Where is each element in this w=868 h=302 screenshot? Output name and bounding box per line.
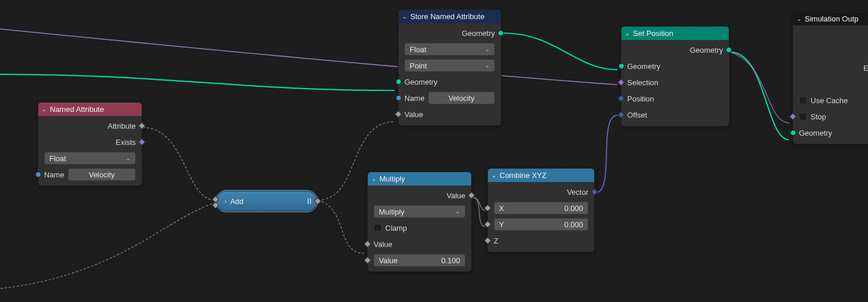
- chevron-down-icon: ⌄: [625, 30, 630, 37]
- socket-label: Geometry: [404, 78, 437, 86]
- name-field[interactable]: Velocity: [428, 92, 495, 104]
- name-field[interactable]: Velocity: [68, 168, 136, 181]
- chevron-down-icon: ⌄: [485, 63, 490, 68]
- socket-offset-in[interactable]: [617, 111, 625, 119]
- node-title: Set Position: [633, 29, 673, 38]
- domain-dropdown[interactable]: Point⌄: [404, 59, 495, 72]
- socket-label: Geometry: [462, 29, 495, 38]
- node-multiply[interactable]: ⌄ Multiply Value Multiply⌄ Clamp Value V…: [367, 172, 472, 272]
- use-cache-checkbox[interactable]: [799, 96, 807, 104]
- z-label: Z: [494, 236, 498, 245]
- chevron-down-icon: ⌄: [491, 172, 496, 179]
- node-header[interactable]: ⌄ Store Named Attribute: [399, 10, 501, 23]
- socket-label: Exists: [115, 138, 136, 147]
- node-title: Named Attribute: [50, 105, 104, 114]
- type-dropdown[interactable]: Float⌄: [404, 43, 495, 56]
- socket-selection-in[interactable]: [617, 79, 625, 86]
- socket-stop-in[interactable]: [789, 113, 797, 121]
- x-field[interactable]: X0.000: [494, 202, 588, 214]
- node-title: Store Named Attribute: [410, 12, 484, 21]
- socket-position-in[interactable]: [617, 95, 625, 103]
- socket-name-in[interactable]: [396, 95, 402, 101]
- chevron-down-icon: ⌄: [126, 155, 131, 161]
- socket-geometry-in[interactable]: [396, 79, 402, 85]
- node-header[interactable]: ⌄ Simulation Outp: [793, 12, 868, 26]
- socket-name-in[interactable]: [35, 172, 41, 177]
- socket-value2-in[interactable]: [364, 257, 371, 264]
- socket-label: Value: [374, 240, 392, 249]
- node-store-named-attribute[interactable]: ⌄ Store Named Attribute Geometry Float⌄ …: [398, 9, 501, 126]
- socket-geometry-in[interactable]: [790, 130, 796, 136]
- socket-vector-out[interactable]: [591, 188, 598, 196]
- use-cache-label: Use Cache: [811, 96, 848, 105]
- chevron-down-icon: ⌄: [42, 106, 46, 112]
- name-label: Name: [44, 170, 64, 179]
- socket-y-in[interactable]: [484, 221, 491, 228]
- socket-geometry-out[interactable]: [498, 30, 504, 36]
- chevron-down-icon: ⌄: [797, 16, 801, 22]
- socket-label: Value: [404, 110, 423, 119]
- node-header[interactable]: ⌄ Named Attribute: [38, 103, 142, 116]
- y-field[interactable]: Y0.000: [494, 218, 588, 231]
- socket-label: Elapsed: [863, 64, 868, 72]
- node-header[interactable]: ⌄ Multiply: [368, 172, 471, 185]
- socket-out[interactable]: [314, 198, 321, 205]
- chevron-down-icon: ⌄: [485, 46, 490, 52]
- socket-label: Geometry: [799, 129, 832, 137]
- socket-attribute-out[interactable]: [138, 122, 146, 130]
- chevron-down-icon: ⌄: [455, 209, 460, 214]
- chevron-right-icon: ›: [225, 198, 227, 205]
- node-named-attribute[interactable]: ⌄ Named Attribute Attribute Exists Float…: [38, 102, 142, 186]
- socket-geometry-in[interactable]: [619, 63, 624, 69]
- socket-geometry-out[interactable]: [726, 47, 732, 53]
- node-title: Add: [230, 197, 244, 206]
- socket-label: Vector: [567, 188, 588, 197]
- socket-label: Geometry: [627, 62, 660, 71]
- value-field[interactable]: Value 0.100: [374, 254, 465, 267]
- node-title: Multiply: [379, 174, 405, 183]
- type-dropdown[interactable]: Float⌄: [44, 152, 136, 165]
- operation-dropdown[interactable]: Multiply⌄: [374, 205, 465, 218]
- stop-checkbox[interactable]: [799, 112, 807, 121]
- socket-label: Position: [627, 94, 654, 103]
- name-label: Name: [404, 94, 425, 103]
- node-set-position[interactable]: ⌄ Set Position Geometry Geometry Selecti…: [621, 26, 729, 126]
- node-header[interactable]: ⌄ Set Position: [621, 27, 729, 40]
- socket-x-in[interactable]: [484, 205, 491, 212]
- node-combine-xyz[interactable]: ⌄ Combine XYZ Vector X0.000 Y0.000 Z: [487, 168, 595, 252]
- stop-label: Stop: [811, 112, 826, 121]
- socket-label: Attribute: [108, 122, 136, 130]
- chevron-down-icon: ⌄: [371, 176, 376, 182]
- node-simulation-output[interactable]: ⌄ Simulation Outp S E Elapsed Geo Use Ca…: [793, 12, 868, 144]
- socket-in-b[interactable]: [212, 201, 219, 209]
- socket-value-in[interactable]: [364, 241, 371, 248]
- node-title: Combine XYZ: [500, 171, 547, 180]
- grip-icon: [308, 198, 311, 204]
- socket-label: Offset: [627, 111, 647, 119]
- socket-label: Geometry: [690, 46, 723, 54]
- chevron-down-icon: ⌄: [402, 13, 407, 20]
- socket-value-in[interactable]: [395, 111, 402, 118]
- socket-z-in[interactable]: [484, 237, 491, 245]
- socket-exists-out[interactable]: [138, 139, 146, 146]
- node-add[interactable]: › Add: [216, 191, 317, 212]
- node-header[interactable]: ⌄ Combine XYZ: [488, 169, 594, 182]
- socket-label: Value: [447, 191, 465, 200]
- socket-label: Selection: [627, 78, 658, 87]
- clamp-checkbox[interactable]: [374, 224, 382, 232]
- socket-value-out[interactable]: [468, 192, 475, 199]
- clamp-label: Clamp: [385, 224, 407, 232]
- node-title: Simulation Outp: [805, 14, 859, 23]
